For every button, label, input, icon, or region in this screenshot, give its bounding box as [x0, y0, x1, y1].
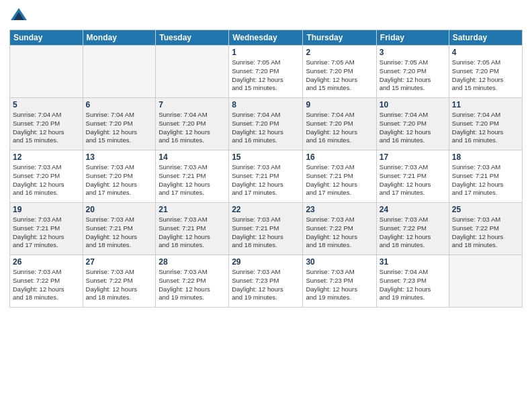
calendar-cell: 23Sunrise: 7:03 AMSunset: 7:22 PMDayligh… [303, 203, 376, 255]
day-number: 23 [306, 205, 373, 214]
day-number: 17 [380, 152, 446, 162]
day-number: 20 [86, 205, 153, 214]
calendar-cell [83, 46, 156, 98]
day-number: 10 [380, 100, 446, 109]
calendar-cell: 4Sunrise: 7:05 AMSunset: 7:20 PMDaylight… [449, 46, 522, 98]
calendar-cell: 30Sunrise: 7:03 AMSunset: 7:23 PMDayligh… [303, 255, 376, 308]
day-number: 26 [13, 257, 80, 267]
day-number: 6 [86, 100, 153, 109]
calendar-cell: 5Sunrise: 7:04 AMSunset: 7:20 PMDaylight… [10, 98, 83, 150]
day-number: 31 [380, 257, 446, 267]
day-info: Sunrise: 7:03 AMSunset: 7:21 PMDaylight:… [232, 216, 300, 250]
day-info: Sunrise: 7:04 AMSunset: 7:20 PMDaylight:… [380, 111, 446, 145]
logo [9, 7, 31, 26]
day-info: Sunrise: 7:03 AMSunset: 7:20 PMDaylight:… [86, 163, 153, 197]
day-number: 14 [159, 152, 226, 162]
day-info: Sunrise: 7:03 AMSunset: 7:21 PMDaylight:… [306, 163, 373, 197]
calendar-cell: 18Sunrise: 7:03 AMSunset: 7:21 PMDayligh… [449, 150, 522, 203]
day-info: Sunrise: 7:04 AMSunset: 7:20 PMDaylight:… [159, 111, 226, 145]
calendar-cell: 15Sunrise: 7:03 AMSunset: 7:21 PMDayligh… [229, 150, 303, 203]
day-info: Sunrise: 7:03 AMSunset: 7:21 PMDaylight:… [159, 216, 226, 250]
calendar-cell: 1Sunrise: 7:05 AMSunset: 7:20 PMDaylight… [229, 46, 303, 98]
day-number: 5 [13, 100, 80, 109]
day-info: Sunrise: 7:03 AMSunset: 7:21 PMDaylight:… [159, 163, 226, 197]
calendar-cell: 20Sunrise: 7:03 AMSunset: 7:21 PMDayligh… [83, 203, 156, 255]
day-info: Sunrise: 7:04 AMSunset: 7:23 PMDaylight:… [380, 268, 446, 302]
day-info: Sunrise: 7:05 AMSunset: 7:20 PMDaylight:… [380, 58, 446, 93]
calendar-cell [449, 255, 522, 308]
calendar-cell: 22Sunrise: 7:03 AMSunset: 7:21 PMDayligh… [229, 203, 303, 255]
day-number: 19 [13, 205, 80, 214]
day-info: Sunrise: 7:03 AMSunset: 7:22 PMDaylight:… [306, 216, 373, 250]
day-number: 24 [380, 205, 446, 214]
day-info: Sunrise: 7:04 AMSunset: 7:20 PMDaylight:… [86, 111, 153, 145]
calendar-cell: 29Sunrise: 7:03 AMSunset: 7:23 PMDayligh… [229, 255, 303, 308]
calendar-cell: 9Sunrise: 7:04 AMSunset: 7:20 PMDaylight… [303, 98, 376, 150]
day-number: 25 [452, 205, 519, 214]
day-number: 22 [232, 205, 300, 214]
day-info: Sunrise: 7:03 AMSunset: 7:22 PMDaylight:… [452, 216, 519, 250]
day-number: 7 [159, 100, 226, 109]
day-number: 29 [232, 257, 300, 267]
calendar-cell: 25Sunrise: 7:03 AMSunset: 7:22 PMDayligh… [449, 203, 522, 255]
logo-icon [9, 7, 28, 26]
day-info: Sunrise: 7:03 AMSunset: 7:23 PMDaylight:… [306, 268, 373, 302]
day-number: 11 [452, 100, 519, 109]
calendar-cell: 26Sunrise: 7:03 AMSunset: 7:22 PMDayligh… [10, 255, 83, 308]
day-info: Sunrise: 7:03 AMSunset: 7:21 PMDaylight:… [86, 216, 153, 250]
day-info: Sunrise: 7:03 AMSunset: 7:23 PMDaylight:… [232, 268, 300, 302]
calendar-cell [10, 46, 83, 98]
day-number: 27 [86, 257, 153, 267]
calendar-cell: 17Sunrise: 7:03 AMSunset: 7:21 PMDayligh… [376, 150, 449, 203]
calendar-cell: 24Sunrise: 7:03 AMSunset: 7:22 PMDayligh… [376, 203, 449, 255]
day-info: Sunrise: 7:04 AMSunset: 7:20 PMDaylight:… [13, 111, 80, 145]
day-info: Sunrise: 7:03 AMSunset: 7:21 PMDaylight:… [232, 163, 300, 197]
day-info: Sunrise: 7:04 AMSunset: 7:20 PMDaylight:… [232, 111, 300, 145]
calendar-cell [156, 46, 229, 98]
calendar-cell: 13Sunrise: 7:03 AMSunset: 7:20 PMDayligh… [83, 150, 156, 203]
weekday-header-monday: Monday [83, 30, 156, 46]
page: SundayMondayTuesdayWednesdayThursdayFrid… [0, 0, 532, 411]
calendar-cell: 31Sunrise: 7:04 AMSunset: 7:23 PMDayligh… [376, 255, 449, 308]
day-number: 8 [232, 100, 300, 109]
day-info: Sunrise: 7:03 AMSunset: 7:21 PMDaylight:… [380, 163, 446, 197]
day-number: 2 [306, 48, 373, 57]
calendar-week-row: 26Sunrise: 7:03 AMSunset: 7:22 PMDayligh… [10, 255, 523, 308]
day-info: Sunrise: 7:03 AMSunset: 7:21 PMDaylight:… [452, 163, 519, 197]
calendar-cell: 2Sunrise: 7:05 AMSunset: 7:20 PMDaylight… [303, 46, 376, 98]
day-number: 30 [306, 257, 373, 267]
calendar-week-row: 5Sunrise: 7:04 AMSunset: 7:20 PMDaylight… [10, 98, 523, 150]
day-info: Sunrise: 7:03 AMSunset: 7:20 PMDaylight:… [13, 163, 80, 197]
calendar-week-row: 12Sunrise: 7:03 AMSunset: 7:20 PMDayligh… [10, 150, 523, 203]
day-number: 16 [306, 152, 373, 162]
calendar-cell: 6Sunrise: 7:04 AMSunset: 7:20 PMDaylight… [83, 98, 156, 150]
weekday-header-wednesday: Wednesday [229, 30, 303, 46]
day-info: Sunrise: 7:05 AMSunset: 7:20 PMDaylight:… [306, 58, 373, 93]
day-number: 12 [13, 152, 80, 162]
calendar-week-row: 1Sunrise: 7:05 AMSunset: 7:20 PMDaylight… [10, 46, 523, 98]
calendar-cell: 27Sunrise: 7:03 AMSunset: 7:22 PMDayligh… [83, 255, 156, 308]
calendar-cell: 16Sunrise: 7:03 AMSunset: 7:21 PMDayligh… [303, 150, 376, 203]
weekday-header-thursday: Thursday [303, 30, 376, 46]
calendar-table: SundayMondayTuesdayWednesdayThursdayFrid… [9, 30, 523, 308]
day-number: 9 [306, 100, 373, 109]
weekday-header-tuesday: Tuesday [156, 30, 229, 46]
weekday-header-sunday: Sunday [10, 30, 83, 46]
weekday-header-friday: Friday [376, 30, 449, 46]
day-number: 1 [232, 48, 300, 57]
weekday-header-row: SundayMondayTuesdayWednesdayThursdayFrid… [10, 30, 523, 46]
calendar-cell: 14Sunrise: 7:03 AMSunset: 7:21 PMDayligh… [156, 150, 229, 203]
day-number: 3 [380, 48, 446, 57]
header [9, 7, 523, 26]
day-info: Sunrise: 7:03 AMSunset: 7:22 PMDaylight:… [380, 216, 446, 250]
calendar-cell: 19Sunrise: 7:03 AMSunset: 7:21 PMDayligh… [10, 203, 83, 255]
day-number: 21 [159, 205, 226, 214]
day-number: 28 [159, 257, 226, 267]
calendar-cell: 3Sunrise: 7:05 AMSunset: 7:20 PMDaylight… [376, 46, 449, 98]
day-info: Sunrise: 7:04 AMSunset: 7:20 PMDaylight:… [306, 111, 373, 145]
weekday-header-saturday: Saturday [449, 30, 522, 46]
day-number: 15 [232, 152, 300, 162]
calendar-cell: 12Sunrise: 7:03 AMSunset: 7:20 PMDayligh… [10, 150, 83, 203]
day-number: 4 [452, 48, 519, 57]
calendar-cell: 10Sunrise: 7:04 AMSunset: 7:20 PMDayligh… [376, 98, 449, 150]
